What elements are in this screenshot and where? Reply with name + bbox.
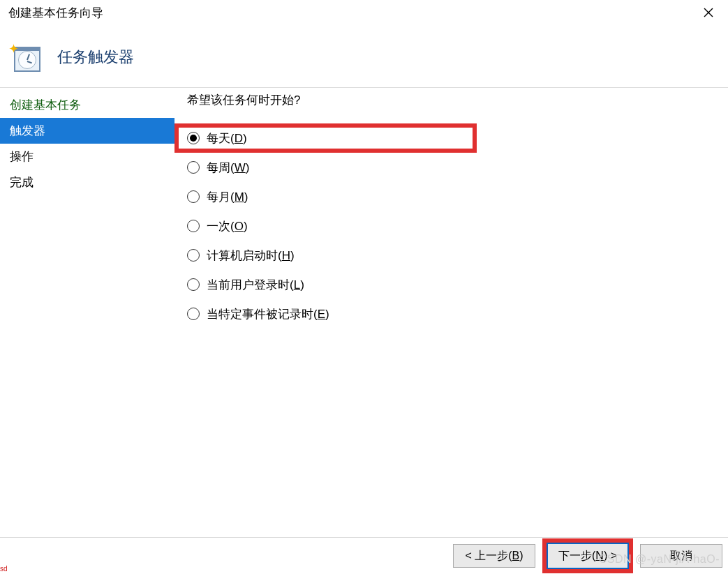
corner-mark: sd: [0, 565, 8, 573]
radio-icon: [187, 249, 200, 262]
radio-label: 一次(O): [207, 218, 248, 234]
radio-label: 每周(W): [207, 160, 249, 176]
trigger-radio-group: 每天(D)每周(W)每月(M)一次(O)计算机启动时(H)当前用户登录时(L)当…: [174, 123, 728, 328]
back-button[interactable]: < 上一步(B): [453, 544, 535, 568]
sidebar-step-0[interactable]: 创建基本任务: [0, 92, 174, 118]
trigger-option-h[interactable]: 计算机启动时(H): [187, 241, 728, 270]
wizard-footer: < 上一步(B) 下一步(N) > 取消: [0, 537, 728, 574]
radio-icon: [187, 308, 200, 320]
radio-icon: [187, 132, 200, 144]
radio-icon: [187, 161, 200, 174]
trigger-option-w[interactable]: 每周(W): [187, 153, 728, 182]
trigger-prompt: 希望该任务何时开始?: [174, 92, 728, 108]
radio-icon: [187, 220, 200, 232]
next-button[interactable]: 下一步(N) >: [547, 543, 629, 569]
cancel-button-label: 取消: [670, 549, 692, 564]
next-button-suffix: ) >: [604, 550, 617, 562]
trigger-option-m[interactable]: 每月(M): [187, 182, 728, 211]
next-button-accel: N: [595, 550, 604, 562]
radio-icon: [187, 190, 200, 203]
radio-label: 当前用户登录时(L): [207, 277, 304, 293]
back-button-suffix: ): [519, 550, 523, 562]
wizard-header: ✦ 任务触发器: [0, 27, 728, 88]
page-heading: 任务触发器: [57, 47, 134, 68]
radio-label: 当特定事件被记录时(E): [207, 306, 329, 322]
radio-icon: [187, 278, 200, 291]
back-button-prefix: < 上一步(: [465, 549, 512, 564]
task-scheduler-icon: ✦: [10, 43, 40, 72]
close-icon: [704, 8, 713, 17]
sidebar-step-1[interactable]: 触发器: [0, 118, 174, 144]
next-button-highlight: 下一步(N) >: [542, 538, 633, 573]
sidebar-step-2[interactable]: 操作: [0, 144, 174, 169]
radio-label: 每天(D): [207, 130, 247, 146]
wizard-content: 希望该任务何时开始? 每天(D)每周(W)每月(M)一次(O)计算机启动时(H)…: [174, 88, 728, 537]
back-button-accel: B: [512, 550, 520, 562]
radio-label: 计算机启动时(H): [207, 248, 295, 264]
sidebar-step-3[interactable]: 完成: [0, 169, 174, 195]
trigger-option-d[interactable]: 每天(D): [174, 123, 477, 153]
window-title: 创建基本任务向导: [8, 5, 103, 21]
wizard-body: 创建基本任务触发器操作完成 希望该任务何时开始? 每天(D)每周(W)每月(M)…: [0, 88, 728, 537]
trigger-option-e[interactable]: 当特定事件被记录时(E): [187, 299, 728, 328]
trigger-option-l[interactable]: 当前用户登录时(L): [187, 270, 728, 299]
wizard-steps-sidebar: 创建基本任务触发器操作完成: [0, 88, 174, 537]
radio-label: 每月(M): [207, 189, 248, 205]
next-button-prefix: 下一步(: [558, 549, 595, 564]
titlebar: 创建基本任务向导: [0, 0, 728, 27]
trigger-option-o[interactable]: 一次(O): [187, 211, 728, 241]
cancel-button[interactable]: 取消: [640, 544, 722, 568]
close-button[interactable]: [696, 3, 721, 22]
